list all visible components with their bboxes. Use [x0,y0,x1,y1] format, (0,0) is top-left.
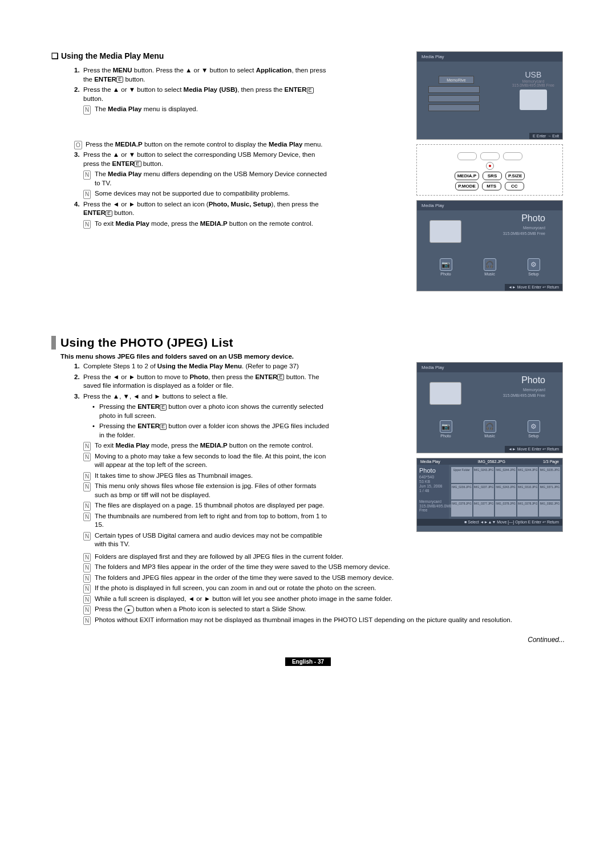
play-icon: ▸ [124,606,134,614]
note: NThe Media Play menu is displayed. [83,105,331,114]
note-icon: N [83,502,91,511]
step2: 2.Press the ◄ or ► button to move to Pho… [74,373,331,391]
enter-icon: E [106,210,112,217]
note-icon: N [83,453,91,462]
note: NCertain types of USB Digital camera and… [83,531,331,549]
screen-photo-menu-2: Media Play Photo Memorycard 315.0MB/495.… [416,362,563,453]
photo-icon: 📷 [440,420,452,433]
remote-note: OPress the MEDIA.P button on the remote … [74,140,331,149]
section2-heading: Using the PHOTO (JPEG) List [60,336,233,350]
enter-icon: E [160,424,167,430]
enter-icon: E [116,76,123,83]
note-icon: N [83,513,91,522]
record-dot-icon [486,162,494,170]
note-icon: N [83,563,91,572]
note-icon: N [83,595,91,604]
note-icon: N [83,574,91,583]
intro: This menu shows JPEG files and folders s… [60,353,565,360]
note-icon: N [83,472,91,481]
note: NThe folders and MP3 files appear in the… [83,563,565,572]
enter-icon: E [307,87,314,94]
note: NTo exit Media Play mode, press the MEDI… [83,220,331,229]
note: NWhile a full screen is displayed, ◄ or … [83,595,565,604]
note: NIf the photo is displayed in full scree… [83,584,565,593]
step1: 1.Press the MENU button. Press the ▲ or … [74,66,331,84]
note-icon: N [83,190,91,199]
photo-thumb-icon [429,382,461,405]
note: NThe Media Play menu differs depending o… [83,170,331,188]
photo-thumb-icon [429,220,461,243]
note: NPhotos without EXIT information may not… [83,616,565,625]
note-icon: N [83,105,91,115]
setup-icon: ⚙ [528,258,540,271]
photo-icon: 📷 [440,258,452,271]
note-icon: N [83,442,91,451]
step1: 1.Complete Steps 1 to 2 of Using the Med… [74,362,331,371]
note-icon: N [83,170,91,180]
screen-media-play-usb: Media Play MemoRive USB Memorycard 315.0… [416,51,563,140]
screen-photo-list: Media Play IMG_0582.JPG 1/3 Page Photo 6… [416,458,563,532]
note: NThis menu only shows files whose file e… [83,482,331,499]
step2: 2.Press the ▲ or ▼ button to select Medi… [74,86,331,103]
note-icon: N [83,532,91,541]
note: NFolders are displayed first and they ar… [83,552,565,562]
note-icon: N [83,482,91,491]
page-footer: English - 37 [51,657,565,665]
remote-icon: O [74,141,82,150]
enter-icon: E [134,161,141,167]
usb-icon [520,90,547,110]
note: NThe thumbnails are numbered from left t… [83,512,331,530]
continued-label: Continued... [51,636,565,644]
step3: 3.Press the ▲ or ▼ button to select the … [74,151,331,168]
enter-icon: E [160,404,167,411]
bullet: Pressing the ENTERE button over a photo … [92,403,331,420]
note: NMoving to a photo may take a few second… [83,452,331,470]
note-icon: N [83,616,91,625]
thumbnail-grid: Upper Folder IMG_0243.JPG IMG_0244.JPG I… [449,465,562,519]
note-icon: N [83,220,91,229]
music-icon: 🎧 [484,258,496,271]
note-icon: N [83,606,91,615]
bullet: Pressing the ENTERE button over a folder… [92,422,331,440]
step4: 4.Press the ◄ or ► button to select an i… [74,200,331,218]
music-icon: 🎧 [484,420,496,433]
note: NIt takes time to show JPEG files as Thu… [83,472,331,481]
enter-icon: E [277,374,284,380]
note: NThe files are displayed on a page. 15 t… [83,501,331,510]
note-icon: N [83,584,91,594]
note-icon: N [83,553,91,562]
screen-photo-menu: Media Play Photo Memorycard 315.0MB/495.… [416,200,563,291]
setup-icon: ⚙ [528,420,540,433]
note: NTo exit Media Play mode, press the MEDI… [83,441,331,450]
section1-heading: Using the Media Play Menu [51,51,331,60]
note: NSome devices may not be supported due t… [83,189,331,198]
step3: 3.Press the ▲, ▼, ◄ and ► buttons to sel… [74,392,331,401]
remote-diagram: MEDIA.PSRSP.SIZE P.MODEMTSCC [416,144,563,196]
note: NPress the ▸ button when a Photo icon is… [83,605,565,614]
note: NThe folders and JPEG files appear in th… [83,574,565,583]
